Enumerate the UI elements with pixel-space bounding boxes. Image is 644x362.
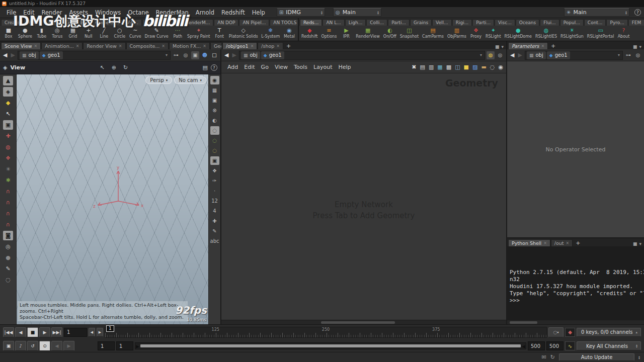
shelf-tab[interactable]: Arnold	[142, 19, 164, 26]
show-handles-icon[interactable]: ◈	[3, 87, 13, 97]
main-take-selector[interactable]: ◎ Main ▴▾	[333, 8, 381, 17]
breadcrumb-geo1[interactable]: ◆ geo1	[547, 51, 570, 59]
shelf-tab[interactable]: Flui...	[540, 19, 559, 26]
menu-item[interactable]: Edit	[20, 8, 38, 17]
secure-selection-lock-icon[interactable]: ▣	[3, 120, 13, 130]
select-mode-icon[interactable]: ↖	[100, 64, 105, 71]
python-console[interactable]: Python 2.7.15 (default, Apr 8 2019, 15:3…	[507, 246, 644, 320]
shelf-tab[interactable]: Popul...	[560, 19, 584, 26]
key-all-channels-select[interactable]: Key All Channels ▴▾	[577, 341, 641, 350]
next-keyframe-icon[interactable]: ▶	[63, 341, 74, 351]
blank-panel-icon[interactable]: □	[210, 51, 218, 59]
desktop-selector[interactable]: ⊞ IDMG ▴▾	[277, 8, 325, 17]
sticky-pin-icon[interactable]: ◍	[487, 51, 495, 59]
forward-icon[interactable]: ▶	[231, 52, 237, 58]
sticky-note-icon[interactable]: ■	[464, 64, 469, 70]
tool-metaball[interactable]: ◉ Metal	[282, 26, 297, 41]
shelf-tab[interactable]: Cont...	[584, 19, 606, 26]
dynamics-mode-icon[interactable]: ↻	[123, 64, 128, 71]
pose-tool-icon[interactable]: ✚	[3, 131, 13, 141]
projection-selector[interactable]: Persp ▾	[145, 76, 172, 84]
chevron-down-icon[interactable]: ▾	[166, 53, 169, 57]
shelf-tab[interactable]: Oceans	[516, 19, 539, 26]
tool-rslight[interactable]: ✦ RSLight	[484, 26, 503, 41]
right-main-selector[interactable]: ✳ Main ▴▾	[564, 8, 629, 17]
viewport-help-icon[interactable]: ?	[211, 64, 217, 71]
follow-icon[interactable]: ◎	[634, 51, 642, 59]
back-icon[interactable]: ◀	[2, 52, 8, 58]
shelf-tab[interactable]: Parti...	[472, 19, 494, 26]
tool-path[interactable]: ⋯ Path	[170, 26, 185, 41]
display-options-icon[interactable]: ▤	[203, 64, 208, 71]
tool-rslightportal[interactable]: ▭ RSLightPortal	[586, 26, 616, 41]
range-end-subfield[interactable]: 500	[546, 341, 564, 350]
breadcrumb-obj[interactable]: ▦ obj	[241, 51, 260, 59]
tool-objparms[interactable]: ▥ ObjParms	[446, 26, 468, 41]
shelf-tab[interactable]: ...ne	[165, 19, 182, 26]
tool-curve[interactable]: ~ Curve	[128, 26, 143, 41]
shelf-tab[interactable]: Colli...	[366, 19, 387, 26]
scatter-tool-icon[interactable]: ✱	[3, 175, 13, 185]
range-end-field[interactable]: 500	[528, 341, 545, 350]
network-menu-item[interactable]: Edit	[241, 63, 258, 71]
range-start-subfield[interactable]: 1	[116, 341, 133, 350]
tool-about[interactable]: ? About	[616, 26, 631, 41]
pane-maximize-icon[interactable]: ■	[495, 44, 500, 49]
shelf-tab[interactable]: Guide Br...	[92, 19, 123, 26]
menu-item[interactable]: File	[3, 8, 20, 17]
playhead-marker[interactable]: 1	[106, 325, 114, 332]
marker-plus-icon[interactable]: ✚	[210, 217, 219, 225]
frame-range-slider[interactable]: ▶ ◀	[135, 342, 526, 349]
tool-sphere[interactable]: ● Sphere	[17, 26, 34, 41]
tool-redshift[interactable]: ◆ Redshift	[300, 26, 319, 41]
pane-tab[interactable]: Render View ×	[83, 42, 125, 49]
units-display-icon[interactable]: 12	[210, 197, 219, 205]
menu-item[interactable]: Octane	[124, 8, 152, 17]
forward-icon[interactable]: ▶	[10, 52, 16, 58]
timeline-zoom-button[interactable]: ◌▾	[548, 327, 564, 337]
visibility-eye-icon[interactable]: ◉	[210, 76, 219, 84]
follow-icon[interactable]: ◎	[182, 51, 190, 59]
tool-renderview[interactable]: ▦ RenderView	[354, 26, 381, 41]
network-menu-item[interactable]: Add	[224, 63, 241, 71]
network-menu-item[interactable]: Tools	[291, 63, 310, 71]
snap-grid-icon[interactable]: ∩	[3, 209, 13, 218]
pane-tab[interactable]: /obj/geo1 ×	[222, 42, 257, 49]
dot-icon[interactable]: ·	[210, 187, 219, 195]
shelf-tab[interactable]: RenderM...	[182, 19, 213, 26]
tool-line[interactable]: ╱ Line	[97, 26, 112, 41]
hydra-icon[interactable]: ❖	[210, 166, 219, 175]
range-start-field[interactable]: 1	[98, 341, 115, 350]
transform-mode-icon[interactable]: ⊕	[112, 64, 116, 71]
pane-maximize-icon[interactable]: ■	[633, 241, 637, 246]
tool-onoff[interactable]: ◐ On/Off	[382, 26, 398, 41]
shelf-tab[interactable]: AN DOP	[214, 19, 238, 26]
breadcrumb-geo1[interactable]: ◆ geo1	[261, 51, 284, 59]
tool-circle[interactable]: ○ Circle	[112, 26, 127, 41]
shelf-tab[interactable]: Vell...	[432, 19, 452, 26]
tool-ipr[interactable]: ▶ IPR	[339, 26, 354, 41]
shelf-tab[interactable]: Create	[1, 19, 23, 26]
pane-menu-icon[interactable]: ▾	[501, 44, 504, 49]
spinner-icon[interactable]: ▴▾	[636, 344, 637, 348]
ik-handle-icon[interactable]: ❖	[3, 153, 13, 163]
move-tool-icon[interactable]: ◆	[3, 98, 13, 108]
step-back-button[interactable]: ◀	[89, 328, 95, 337]
global-animation-options-icon[interactable]: ▣	[3, 341, 14, 351]
tree-view-icon[interactable]: ▤	[420, 64, 425, 70]
timeline-ruler[interactable]: 125250375 1	[105, 327, 547, 338]
add-tab-button[interactable]: +	[573, 240, 583, 246]
camera-selector[interactable]: No cam ▾	[174, 76, 206, 84]
pane-tab[interactable]: Scene View ×	[1, 42, 41, 49]
chevron-down-icon[interactable]: ▾	[480, 53, 483, 57]
network-menu-item[interactable]: Help	[336, 63, 354, 71]
select-tool-icon[interactable]: ↖	[3, 109, 13, 119]
message-log-icon[interactable]: ✉	[542, 354, 546, 360]
snap-edges-icon[interactable]: ∩	[3, 198, 13, 207]
realtime-toggle-icon[interactable]: ⊙	[39, 341, 50, 351]
prev-keyframe-icon[interactable]: ◀	[51, 341, 62, 351]
pane-tab[interactable]: Animation... ×	[41, 42, 83, 49]
tool-draw-curve[interactable]: ✎ Draw Curve	[143, 26, 170, 41]
range-right-handle[interactable]: ◀	[522, 344, 525, 349]
tool-grid[interactable]: ▦ Grid	[65, 26, 80, 41]
